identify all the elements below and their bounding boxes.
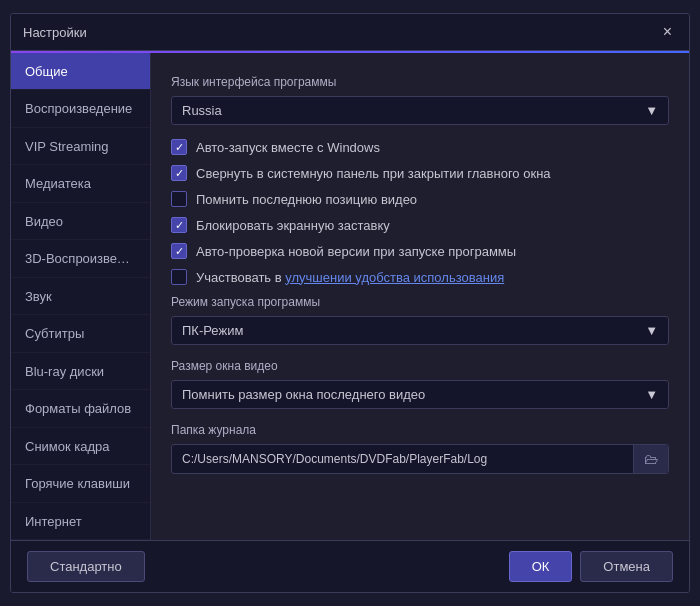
checkbox-row-screensaver[interactable]: Блокировать экранную заставку [171, 217, 669, 233]
browse-button[interactable]: 🗁 [633, 445, 668, 473]
checkbox-label-improve: Участвовать в улучшении удобства использ… [196, 270, 504, 285]
titlebar: Настройки × [11, 14, 689, 51]
log-folder-row: 🗁 [171, 444, 669, 474]
language-dropdown[interactable]: Russia ▼ [171, 96, 669, 125]
checkbox-row-autostart[interactable]: Авто-запуск вместе с Windows [171, 139, 669, 155]
checkbox-row-autoupdate[interactable]: Авто-проверка новой версии при запуске п… [171, 243, 669, 259]
checkbox-autostart[interactable] [171, 139, 187, 155]
window-size-arrow: ▼ [645, 387, 658, 402]
launch-mode-dropdown[interactable]: ПК-Режим ▼ [171, 316, 669, 345]
launch-mode-value: ПК-Режим [182, 323, 243, 338]
sidebar-item-subtitles[interactable]: Субтитры [11, 315, 150, 352]
checkbox-label-minimize: Свернуть в системную панель при закрытии… [196, 166, 551, 181]
checkbox-minimize[interactable] [171, 165, 187, 181]
checkbox-row-improve[interactable]: Участвовать в улучшении удобства использ… [171, 269, 669, 285]
sidebar-item-general[interactable]: Общие [11, 53, 150, 90]
launch-mode-label: Режим запуска программы [171, 295, 669, 309]
footer-left: Стандартно [27, 551, 145, 582]
checkbox-screensaver[interactable] [171, 217, 187, 233]
checkbox-remember-pos[interactable] [171, 191, 187, 207]
sidebar: ОбщиеВоспроизведениеVIP StreamingМедиате… [11, 53, 151, 540]
improve-link[interactable]: улучшении удобства использования [285, 270, 504, 285]
settings-dialog: Настройки × ОбщиеВоспроизведениеVIP Stre… [10, 13, 690, 593]
window-size-value: Помнить размер окна последнего видео [182, 387, 425, 402]
cancel-button[interactable]: Отмена [580, 551, 673, 582]
sidebar-item-video[interactable]: Видео [11, 203, 150, 240]
dialog-title: Настройки [23, 25, 87, 40]
language-label: Язык интерфейса программы [171, 75, 669, 89]
checkbox-label-autoupdate: Авто-проверка новой версии при запуске п… [196, 244, 516, 259]
sidebar-item-formats[interactable]: Форматы файлов [11, 390, 150, 427]
content-area: ОбщиеВоспроизведениеVIP StreamingМедиате… [11, 53, 689, 540]
log-folder-input[interactable] [172, 446, 633, 472]
language-value: Russia [182, 103, 222, 118]
checkbox-autoupdate[interactable] [171, 243, 187, 259]
sidebar-item-snapshot[interactable]: Снимок кадра [11, 428, 150, 465]
window-size-label: Размер окна видео [171, 359, 669, 373]
launch-mode-arrow: ▼ [645, 323, 658, 338]
checkbox-label-autostart: Авто-запуск вместе с Windows [196, 140, 380, 155]
footer-right: ОК Отмена [509, 551, 673, 582]
language-dropdown-arrow: ▼ [645, 103, 658, 118]
sidebar-item-playback[interactable]: Воспроизведение [11, 90, 150, 127]
sidebar-item-internet[interactable]: Интернет [11, 503, 150, 540]
footer: Стандартно ОК Отмена [11, 540, 689, 592]
checkbox-row-minimize[interactable]: Свернуть в системную панель при закрытии… [171, 165, 669, 181]
checkbox-row-remember-pos[interactable]: Помнить последнюю позицию видео [171, 191, 669, 207]
ok-button[interactable]: ОК [509, 551, 573, 582]
close-button[interactable]: × [658, 22, 677, 42]
standard-button[interactable]: Стандартно [27, 551, 145, 582]
sidebar-item-library[interactable]: Медиатека [11, 165, 150, 202]
log-folder-label: Папка журнала [171, 423, 669, 437]
main-panel: Язык интерфейса программы Russia ▼ Авто-… [151, 53, 689, 540]
checkbox-improve[interactable] [171, 269, 187, 285]
sidebar-item-3d[interactable]: 3D-Воспроизведен [11, 240, 150, 277]
checkbox-label-screensaver: Блокировать экранную заставку [196, 218, 390, 233]
sidebar-item-hotkeys[interactable]: Горячие клавиши [11, 465, 150, 502]
sidebar-item-sound[interactable]: Звук [11, 278, 150, 315]
sidebar-item-vip-streaming[interactable]: VIP Streaming [11, 128, 150, 165]
sidebar-item-bluray[interactable]: Blu-ray диски [11, 353, 150, 390]
checkbox-label-remember-pos: Помнить последнюю позицию видео [196, 192, 417, 207]
window-size-dropdown[interactable]: Помнить размер окна последнего видео ▼ [171, 380, 669, 409]
